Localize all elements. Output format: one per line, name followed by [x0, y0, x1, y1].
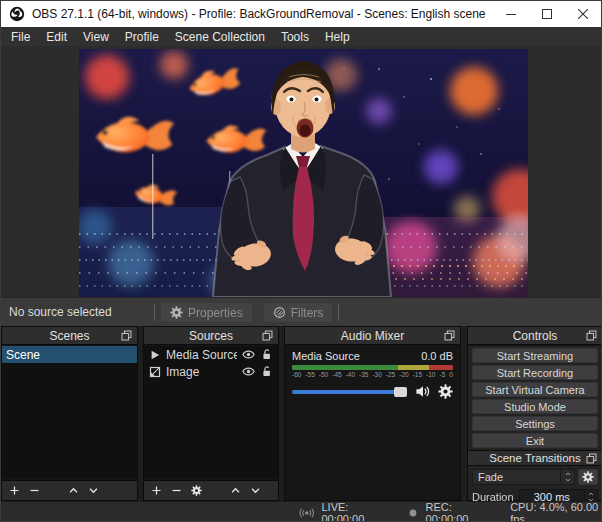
move-source-up-button[interactable] — [230, 485, 241, 496]
meter-tick-labels: -60 -55 -50 -45 -40 -35 -30 -25 -20 -15 … — [292, 371, 453, 378]
tick-label: -35 — [359, 371, 368, 378]
scenes-dock-header[interactable]: Scenes — [2, 327, 137, 345]
scenes-toolbar — [2, 480, 137, 500]
source-properties-gear-icon[interactable] — [191, 485, 202, 496]
gear-icon — [582, 471, 594, 483]
volume-slider[interactable] — [292, 390, 407, 394]
menu-bar: File Edit View Profile Scene Collection … — [1, 27, 601, 46]
controls-dock-header[interactable]: Controls — [468, 327, 602, 345]
source-list-item[interactable]: Image — [144, 363, 278, 380]
move-scene-down-button[interactable] — [88, 485, 99, 496]
add-scene-button[interactable] — [9, 485, 20, 496]
pin-icon[interactable] — [585, 329, 598, 342]
menu-item-view[interactable]: View — [75, 27, 117, 46]
source-name: Media Source — [166, 348, 237, 362]
performance-stats: CPU: 4.0%, 60.00 fps — [510, 501, 601, 522]
pin-icon[interactable] — [261, 329, 274, 342]
scene-transitions-header[interactable]: Scene Transitions — [468, 450, 602, 466]
speaker-icon[interactable] — [415, 384, 430, 399]
settings-button[interactable]: Settings — [472, 416, 598, 431]
tick-label: 0 — [449, 371, 453, 378]
source-name: Image — [166, 365, 237, 379]
menu-item-scene-collection[interactable]: Scene Collection — [167, 27, 273, 46]
menu-item-tools[interactable]: Tools — [273, 27, 317, 46]
controls-title: Controls — [513, 329, 558, 343]
rec-status: REC: 00:00:00 — [426, 501, 488, 522]
start-virtual-camera-button[interactable]: Start Virtual Camera — [472, 382, 598, 397]
tick-label: -25 — [386, 371, 395, 378]
volume-slider-handle[interactable] — [394, 387, 407, 397]
tick-label: -40 — [346, 371, 355, 378]
remove-scene-button[interactable] — [29, 485, 40, 496]
tick-label: -55 — [305, 371, 314, 378]
remove-source-button[interactable] — [171, 485, 182, 496]
scene-transitions-title: Scene Transitions — [489, 452, 580, 464]
scenes-title: Scenes — [49, 329, 89, 343]
sources-title: Sources — [189, 329, 233, 343]
tick-label: -20 — [399, 371, 408, 378]
status-bar: LIVE: 00:00:00 REC: 00:00:00 CPU: 4.0%, … — [1, 501, 601, 522]
pin-icon[interactable] — [585, 452, 598, 465]
source-list-item[interactable]: Media Source — [144, 346, 278, 363]
pin-icon[interactable] — [120, 329, 133, 342]
transition-select[interactable]: Fade — [472, 469, 575, 485]
minimize-button[interactable] — [493, 1, 529, 27]
filters-button[interactable]: Filters — [263, 302, 334, 323]
sources-list: Media Source Image — [144, 346, 278, 479]
tick-label: -45 — [332, 371, 341, 378]
move-scene-up-button[interactable] — [68, 485, 79, 496]
tick-label: -30 — [372, 371, 381, 378]
record-dot-icon — [407, 506, 419, 520]
scenes-list: Scene — [2, 346, 137, 479]
title-bar: OBS 27.1.1 (64-bit, windows) - Profile: … — [1, 1, 601, 27]
close-button[interactable] — [565, 1, 601, 27]
mixer-level-db: 0.0 dB — [421, 350, 453, 362]
tick-label: -60 — [292, 371, 301, 378]
play-icon — [149, 349, 161, 361]
audio-mixer-dock: Audio Mixer Media Source 0.0 dB -60 -55 … — [284, 326, 461, 501]
menu-item-file[interactable]: File — [3, 27, 38, 46]
lock-open-icon[interactable] — [260, 348, 273, 361]
exit-button[interactable]: Exit — [472, 433, 598, 448]
lock-open-icon[interactable] — [260, 365, 273, 378]
preview-canvas[interactable] — [1, 46, 601, 297]
maximize-button[interactable] — [529, 1, 565, 27]
start-streaming-button[interactable]: Start Streaming — [472, 348, 598, 363]
volume-meter — [292, 365, 453, 370]
image-icon — [149, 366, 161, 378]
controls-dock: Controls Start Streaming Start Recording… — [467, 326, 602, 501]
scenes-dock: Scenes Scene — [1, 326, 138, 501]
properties-button[interactable]: Properties — [160, 302, 253, 323]
move-source-down-button[interactable] — [250, 485, 261, 496]
transition-selected-value: Fade — [478, 471, 503, 483]
eye-icon[interactable] — [242, 365, 255, 378]
menu-item-profile[interactable]: Profile — [117, 27, 167, 46]
studio-mode-button[interactable]: Studio Mode — [472, 399, 598, 414]
properties-label: Properties — [188, 306, 243, 320]
mixer-channel-name: Media Source — [292, 350, 360, 362]
pin-icon[interactable] — [443, 329, 456, 342]
mixer-title: Audio Mixer — [341, 329, 404, 343]
toolbar-separator — [338, 304, 339, 321]
start-recording-button[interactable]: Start Recording — [472, 365, 598, 380]
live-status: LIVE: 00:00:00 — [321, 501, 384, 522]
scene-name: Scene — [6, 348, 40, 362]
mixer-dock-header[interactable]: Audio Mixer — [285, 327, 460, 345]
transition-properties-button[interactable] — [578, 469, 598, 485]
transition-select-spinner[interactable] — [560, 470, 574, 484]
volume-slider-fill — [292, 390, 396, 394]
eye-icon[interactable] — [242, 348, 255, 361]
scene-list-item[interactable]: Scene — [2, 346, 137, 363]
minimize-icon — [506, 9, 516, 19]
filter-icon — [273, 306, 286, 319]
sources-dock-header[interactable]: Sources — [144, 327, 278, 345]
menu-item-help[interactable]: Help — [317, 27, 358, 46]
source-toolbar: No source selected Properties Filters — [1, 297, 601, 326]
add-source-button[interactable] — [151, 485, 162, 496]
tick-label: -15 — [413, 371, 422, 378]
sources-dock: Sources Media Source Image — [143, 326, 279, 501]
mixer-settings-gear-icon[interactable] — [438, 384, 453, 399]
mixer-channel: Media Source 0.0 dB -60 -55 -50 -45 -40 … — [285, 346, 460, 500]
tick-label: -5 — [439, 371, 445, 378]
menu-item-edit[interactable]: Edit — [38, 27, 75, 46]
